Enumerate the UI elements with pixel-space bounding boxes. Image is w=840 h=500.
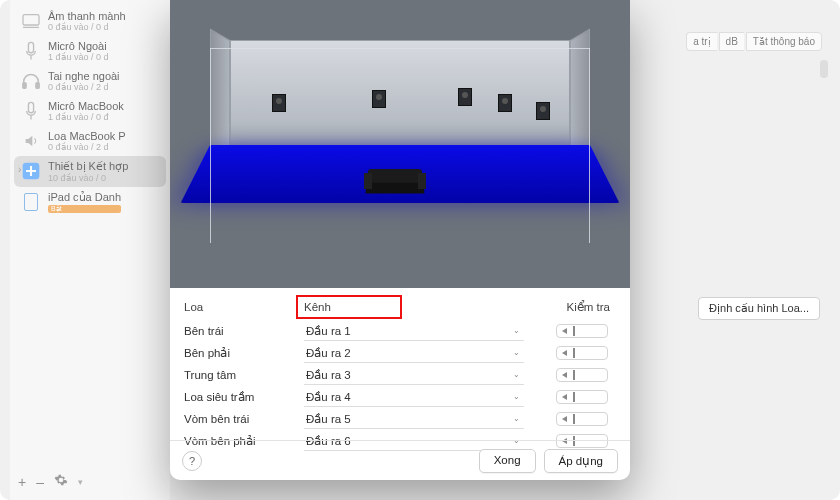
device-name: Tai nghe ngoài — [48, 70, 120, 82]
svg-rect-0 — [23, 15, 39, 25]
column-header-kenh: Kênh — [304, 301, 524, 313]
speaker-position-label: Bên phải — [184, 346, 304, 360]
configure-speakers-button[interactable]: Định cấu hình Loa... — [698, 297, 820, 320]
device-sub: 1 đầu vào / 0 d — [48, 52, 109, 62]
table-row: Vòm bên tráiĐầu ra 5⌄ — [184, 408, 616, 430]
device-sub: 1 đầu vào / 0 đ — [48, 112, 124, 122]
device-name: Thiết bị Kết hợp — [48, 160, 128, 173]
sidebar-item[interactable]: Micrô MacBook1 đầu vào / 0 đ — [14, 96, 166, 126]
sidebar-footer: + – ▾ — [18, 473, 83, 490]
device-sub: 0 đầu vào / 0 d — [48, 22, 126, 32]
speaker-position-label: Vòm bên trái — [184, 413, 304, 425]
speaker-position-label: Loa siêu trầm — [184, 390, 304, 404]
segment-mute-notif[interactable]: Tắt thông báo — [746, 32, 822, 51]
device-name: Micrô Ngoài — [48, 40, 109, 52]
speaker-icon — [536, 102, 550, 120]
column-header-loa: Loa — [184, 301, 304, 313]
device-name: iPad của Danh — [48, 191, 121, 204]
sidebar: Âm thanh mành0 đầu vào / 0 dMicrô Ngoài1… — [10, 0, 170, 500]
table-row: Loa siêu trầmĐầu ra 4⌄ — [184, 386, 616, 408]
help-button[interactable]: ? — [182, 451, 202, 471]
sidebar-item[interactable]: Loa MacBook P0 đầu vào / 2 d — [14, 126, 166, 156]
svg-rect-2 — [28, 42, 33, 52]
room-3d-preview[interactable] — [170, 0, 630, 288]
test-volume-slider[interactable] — [524, 412, 616, 426]
add-device-button[interactable]: + — [18, 474, 26, 490]
speaker-icon — [498, 94, 512, 112]
sidebar-item[interactable]: Âm thanh mành0 đầu vào / 0 d — [14, 6, 166, 36]
chevron-down-icon: ⌄ — [513, 414, 520, 423]
mic-icon — [20, 40, 42, 62]
table-row: Trung tâmĐầu ra 3⌄ — [184, 364, 616, 386]
column-header-test[interactable]: Kiểm tra — [524, 300, 616, 314]
device-sub: 0 đầu vào / 2 d — [48, 82, 120, 92]
device-name: Loa MacBook P — [48, 130, 126, 142]
svg-rect-3 — [23, 83, 26, 89]
svg-rect-4 — [36, 83, 39, 89]
channel-select[interactable]: Đầu ra 2⌄ — [304, 343, 524, 363]
channel-table: Loa Kênh Kiểm tra Bên tráiĐầu ra 1⌄Bên p… — [170, 288, 630, 452]
sidebar-item[interactable]: iPad của DanhBật — [14, 187, 166, 217]
speaker-config-dialog: Loa Kênh Kiểm tra Bên tráiĐầu ra 1⌄Bên p… — [170, 0, 630, 480]
device-name: Micrô MacBook — [48, 100, 124, 112]
done-button[interactable]: Xong — [479, 449, 536, 473]
test-volume-slider[interactable] — [524, 390, 616, 404]
status-badge: Bật — [48, 205, 121, 213]
test-volume-slider[interactable] — [524, 368, 616, 382]
test-volume-slider[interactable] — [524, 324, 616, 338]
window: Âm thanh mành0 đầu vào / 0 dMicrô Ngoài1… — [0, 0, 840, 500]
speaker-icon — [458, 88, 472, 106]
scrollbar[interactable] — [820, 60, 828, 78]
toolbar-segments: a trị dB Tắt thông báo — [686, 32, 822, 51]
channel-select[interactable]: Đầu ra 3⌄ — [304, 365, 524, 385]
sidebar-item[interactable]: Micrô Ngoài1 đầu vào / 0 d — [14, 36, 166, 66]
screenaudio-icon — [20, 10, 42, 32]
speaker-icon — [372, 90, 386, 108]
speaker-icon — [20, 130, 42, 152]
sidebar-item[interactable]: ›Thiết bị Kết hợp10 đầu vào / 0 — [14, 156, 166, 187]
table-row: Bên phảiĐầu ra 2⌄ — [184, 342, 616, 364]
speaker-position-label: Trung tâm — [184, 369, 304, 381]
channel-select[interactable]: Đầu ra 5⌄ — [304, 409, 524, 429]
speaker-position-label: Bên trái — [184, 325, 304, 337]
device-sub: 10 đầu vào / 0 — [48, 173, 128, 183]
segment-value[interactable]: a trị — [686, 32, 716, 51]
chevron-down-icon: ⌄ — [513, 370, 520, 379]
channel-select[interactable]: Đầu ra 1⌄ — [304, 321, 524, 341]
dialog-footer: ? Xong Áp dụng — [170, 440, 630, 480]
aggregate-icon — [20, 160, 42, 182]
apply-button[interactable]: Áp dụng — [544, 449, 618, 473]
sidebar-item[interactable]: Tai nghe ngoài0 đầu vào / 2 d — [14, 66, 166, 96]
chevron-down-icon: ⌄ — [513, 392, 520, 401]
chevron-down-icon: ⌄ — [513, 348, 520, 357]
device-name: Âm thanh mành — [48, 10, 126, 22]
speaker-icon — [272, 94, 286, 112]
channel-select[interactable]: Đầu ra 4⌄ — [304, 387, 524, 407]
device-sub: 0 đầu vào / 2 d — [48, 142, 126, 152]
remove-device-button[interactable]: – — [36, 474, 44, 490]
mic-icon — [20, 100, 42, 122]
svg-rect-5 — [28, 102, 33, 112]
test-volume-slider[interactable] — [524, 346, 616, 360]
table-row: Bên tráiĐầu ra 1⌄ — [184, 320, 616, 342]
segment-db[interactable]: dB — [719, 32, 744, 51]
chevron-down-icon: ⌄ — [513, 326, 520, 335]
headphones-icon — [20, 70, 42, 92]
ipad-icon — [20, 191, 42, 213]
listener-couch — [360, 155, 430, 195]
gear-icon[interactable] — [54, 473, 68, 490]
